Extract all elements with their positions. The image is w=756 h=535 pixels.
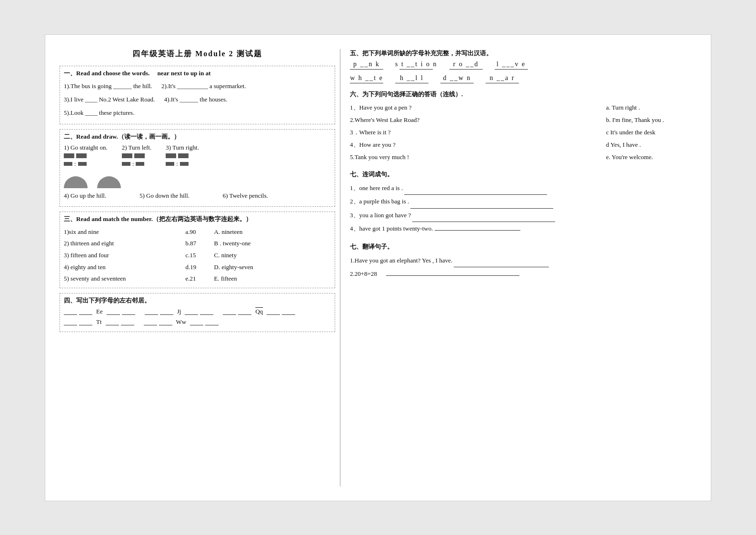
blank bbox=[144, 319, 157, 325]
match-answers-col: a. Turn right . b. I'm fine, Thank you .… bbox=[606, 101, 664, 163]
list-item: a. Turn right . bbox=[606, 101, 664, 114]
q3-line: 3).I live ____ No.2 West Lake Road. 4).I… bbox=[64, 94, 331, 105]
blank bbox=[267, 308, 280, 315]
blank bbox=[122, 308, 135, 315]
word-item-live: l ___v e bbox=[495, 61, 528, 70]
diagram-2b: : bbox=[122, 160, 145, 168]
list-item: 5.Tank you very much ! bbox=[350, 151, 419, 163]
draw-item-2: 2) Turn left. : bbox=[122, 144, 151, 168]
letter-item-ee: Ee bbox=[64, 308, 135, 315]
answer-blank bbox=[404, 188, 547, 195]
draw-row-1: 1) Go straight on. : 2) Turn left. bbox=[64, 144, 331, 168]
word-letters: h __l l bbox=[400, 74, 424, 82]
word-answer-line bbox=[440, 83, 474, 83]
list-item: E. fifteen bbox=[214, 273, 331, 285]
letter-label: Jj bbox=[177, 308, 181, 315]
section4-title: 四、写出下列字母的左右邻居。 bbox=[64, 296, 331, 305]
road-divider: : bbox=[132, 160, 134, 168]
answer-blank bbox=[386, 275, 519, 276]
road-divider: : bbox=[176, 160, 178, 168]
exam-page: 四年级英语上册 Module 2 测试题 一、Read and choose t… bbox=[45, 34, 711, 501]
match-mid-col: a.90 b.87 c.15 d.19 e.21 bbox=[186, 226, 209, 285]
word-letters: s t __t i o n bbox=[395, 61, 438, 68]
section-5: 五、把下列单词所缺的字母补充完整，并写出汉语。 p __n k s t __t … bbox=[350, 49, 664, 83]
section-8: 七、翻译句子。 1.Have you got an elephant? Yes … bbox=[350, 242, 664, 281]
letter-row-1: Ee Jj Qq bbox=[64, 308, 331, 315]
word-letters: r o __d bbox=[453, 61, 479, 68]
section-7: 七、连词成句。 1、one here red a is . 2、a purple… bbox=[350, 170, 664, 236]
left-panel: 四年级英语上册 Module 2 测试题 一、Read and choose t… bbox=[55, 49, 340, 486]
blank bbox=[190, 319, 203, 325]
word-answer-line bbox=[350, 69, 383, 70]
list-item: 2.Where's West Lake Road? bbox=[350, 114, 419, 126]
word-row-2: w h __t e h __l l d __w n n __a r bbox=[350, 74, 664, 83]
list-item: d Yes, I have . bbox=[606, 139, 664, 151]
list-item: c.15 bbox=[186, 250, 209, 262]
blank bbox=[64, 308, 77, 315]
list-item: b. I'm fine, Thank you . bbox=[606, 114, 664, 126]
page-title: 四年级英语上册 Module 2 测试题 bbox=[60, 49, 335, 59]
section6-title: 六、为下列问句选择正确的答语（连线）. bbox=[350, 90, 664, 99]
road-block bbox=[134, 153, 145, 158]
word-answer-line bbox=[350, 83, 383, 83]
road-block bbox=[78, 162, 87, 166]
section5-title: 五、把下列单词所缺的字母补充完整，并写出汉语。 bbox=[350, 49, 664, 58]
list-item: 4) eighty and ten bbox=[64, 262, 181, 273]
list-item: 4、How are you ? bbox=[350, 139, 419, 151]
blank bbox=[145, 308, 158, 315]
translate-row-1: 1.Have you got an elephant? Yes , I have… bbox=[350, 254, 664, 268]
diagram-1b: : bbox=[64, 160, 87, 168]
road-block bbox=[166, 162, 174, 166]
list-item: A. nineteen bbox=[214, 226, 331, 238]
list-item: B . twenty-one bbox=[214, 238, 331, 250]
letter-row-2: Tt Ww bbox=[64, 318, 331, 326]
section-3: 三、Read and match the number.（把左右两边英语与数字连… bbox=[60, 212, 335, 288]
blank bbox=[205, 319, 219, 325]
section2-title: 二、Read and draw.（读一读，画一画。） bbox=[64, 132, 331, 141]
list-item: a.90 bbox=[186, 226, 209, 238]
answer-blank bbox=[435, 230, 520, 231]
blank bbox=[238, 308, 251, 315]
section7-title: 七、连词成句。 bbox=[350, 170, 664, 179]
section1-title: 一、Read and choose the words. near next t… bbox=[64, 69, 331, 78]
letter-item-jj: Jj bbox=[145, 308, 214, 315]
road-block bbox=[166, 153, 176, 158]
section8-title: 七、翻译句子。 bbox=[350, 242, 664, 251]
right-panel: 五、把下列单词所缺的字母补充完整，并写出汉语。 p __n k s t __t … bbox=[340, 49, 674, 486]
diagram-2 bbox=[122, 153, 145, 158]
hill-item-2 bbox=[97, 176, 121, 188]
word-item-white: w h __t e bbox=[350, 74, 383, 83]
match-container: 1)six and nine 2) thirteen and eight 3) … bbox=[64, 226, 331, 285]
word-letters: l ___v e bbox=[497, 61, 526, 68]
blank bbox=[64, 319, 77, 325]
word-answer-line bbox=[395, 83, 428, 83]
blank bbox=[106, 319, 119, 325]
word-answer-line bbox=[449, 69, 483, 70]
diagram-1 bbox=[64, 153, 87, 158]
road-block bbox=[122, 162, 130, 166]
section-1: 一、Read and choose the words. near next t… bbox=[60, 66, 335, 124]
list-item: 3．Where is it ? bbox=[350, 126, 419, 139]
draw-item-1: 1) Go straight on. : bbox=[64, 144, 108, 168]
list-item: 2) thirteen and eight bbox=[64, 238, 181, 250]
list-item: e. You're welcome. bbox=[606, 151, 664, 163]
translate-row-2: 2.20+8=28 bbox=[350, 267, 664, 281]
q1-line: 1).The bus is going ______ the hill. 2).… bbox=[64, 81, 331, 91]
word-item-near: n __a r bbox=[486, 74, 519, 83]
list-item: C. ninety bbox=[214, 250, 331, 262]
road-block bbox=[122, 153, 132, 158]
list-item: 1)six and nine bbox=[64, 226, 181, 238]
section3-title: 三、Read and match the number.（把左右两边英语与数字连… bbox=[64, 215, 331, 223]
hill-shape bbox=[97, 176, 121, 188]
road-block bbox=[178, 153, 189, 158]
sentence-row-3: 3、you a lion got have ? bbox=[350, 209, 664, 222]
letter-item-ww: Ww bbox=[144, 318, 219, 326]
blank bbox=[107, 308, 120, 315]
list-item: 3) fifteen and four bbox=[64, 250, 181, 262]
word-item-hill: h __l l bbox=[395, 74, 428, 83]
diagram-3 bbox=[166, 153, 189, 158]
road-block bbox=[64, 162, 72, 166]
section-2: 二、Read and draw.（读一读，画一画。） 1) Go straigh… bbox=[60, 129, 335, 207]
answer-blank bbox=[454, 261, 549, 267]
road-block bbox=[76, 153, 87, 158]
